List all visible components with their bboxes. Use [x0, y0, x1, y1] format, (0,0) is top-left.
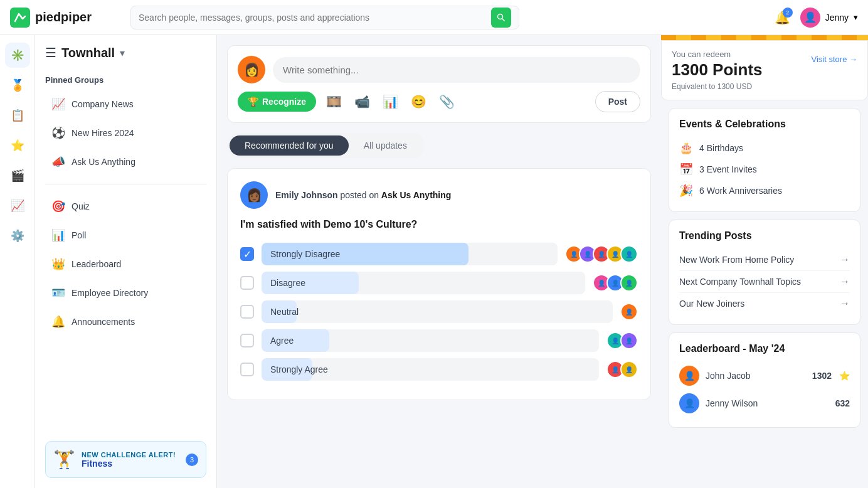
- emoji-button[interactable]: 😊: [408, 92, 429, 112]
- sidebar-item-announcements[interactable]: 🔔 Announcements: [45, 310, 206, 334]
- leader-item-2: 👤 Jenny Wilson 632: [679, 390, 850, 417]
- post-button[interactable]: Post: [595, 91, 640, 112]
- icon-sidebar: ✳️ 🏅 📋 ⭐ 🎬 📈 ⚙️: [0, 35, 35, 488]
- search-bar[interactable]: [130, 6, 519, 29]
- sidebar-icon-bookmark[interactable]: ⭐: [5, 133, 30, 158]
- sidebar-item-label-poll: Poll: [71, 230, 86, 240]
- leader-points-2: 632: [835, 398, 850, 408]
- sidebar-icon-feed[interactable]: 📋: [5, 103, 30, 128]
- trending-item-1[interactable]: New Work From Home Policy →: [679, 249, 850, 271]
- poll-voters-agree: 👤 👤: [606, 332, 638, 349]
- notifications-button[interactable]: 🔔 2: [775, 10, 790, 25]
- feed-tabs: Recommended for you All updates: [227, 133, 425, 158]
- topnav-right: 🔔 2 👤 Jenny ▾: [775, 8, 858, 28]
- points-section: You can redeem 1300 Points Visit store →…: [661, 35, 868, 100]
- leader-name-1: John Jacob: [706, 371, 806, 381]
- poll-bar-disagree[interactable]: Disagree: [262, 272, 585, 294]
- composer-input[interactable]: [273, 57, 640, 83]
- poll-label-strongly-disagree: Strongly Disagree: [270, 249, 340, 259]
- anniversary-label: 6 Work Anniversaries: [699, 186, 782, 196]
- new-hires-icon: ⚽: [51, 126, 65, 140]
- points-card: You can redeem 1300 Points Visit store →…: [661, 40, 868, 100]
- trending-card: Trending Posts New Work From Home Policy…: [669, 220, 860, 325]
- post-author-name: Emily Johnson: [275, 190, 338, 200]
- poll-option-agree: Agree 👤 👤: [240, 329, 638, 352]
- poll-checkbox-disagree[interactable]: [240, 276, 254, 290]
- points-header: You can redeem: [672, 50, 763, 59]
- chart-button[interactable]: 📊: [380, 92, 401, 112]
- visit-store-button[interactable]: Visit store →: [812, 55, 857, 64]
- search-input[interactable]: [139, 13, 491, 23]
- voter-avatar: 👤: [620, 361, 638, 378]
- video-button[interactable]: 📹: [352, 92, 373, 112]
- poll-bar-agree[interactable]: Agree: [262, 329, 599, 352]
- composer-avatar: 👩: [238, 56, 265, 83]
- poll-bar-strongly-agree[interactable]: Strongly Agree: [262, 358, 599, 381]
- trending-item-2[interactable]: Next Company Townhall Topics →: [679, 271, 850, 293]
- poll-label-disagree: Disagree: [270, 278, 305, 288]
- sidebar-icon-video[interactable]: 🎬: [5, 163, 30, 188]
- poll-icon: 📊: [51, 228, 65, 242]
- points-equiv: Equivalent to 1300 USD: [672, 82, 857, 91]
- user-menu-button[interactable]: 👤 Jenny ▾: [800, 8, 858, 28]
- sidebar-icon-home[interactable]: ✳️: [5, 43, 30, 68]
- challenge-banner[interactable]: 🏋️ NEW CHALLENGE ALERT! Fitness 3: [45, 441, 206, 478]
- gif-button[interactable]: 🎞️: [324, 92, 344, 112]
- trending-text-2: Next Company Townhall Topics: [679, 277, 801, 287]
- trophy-icon: 🏆: [248, 97, 258, 107]
- company-news-icon: 📈: [51, 97, 65, 111]
- sidebar-item-employee-dir[interactable]: 🪪 Employee Directory: [45, 281, 206, 305]
- voter-avatar: 👤: [620, 245, 638, 263]
- logo-icon: [10, 8, 30, 28]
- employee-dir-icon: 🪪: [51, 286, 65, 300]
- sidebar-item-new-hires[interactable]: ⚽ New Hires 2024: [45, 121, 206, 145]
- poll-option-neutral: Neutral 👤: [240, 300, 638, 323]
- event-item-anniversaries[interactable]: 🎉 6 Work Anniversaries: [679, 180, 850, 201]
- sidebar-item-quiz[interactable]: 🎯 Quiz: [45, 194, 206, 218]
- tab-recommended[interactable]: Recommended for you: [230, 135, 349, 156]
- leader-points-1: 1302: [812, 371, 832, 381]
- poll-voters-strongly-agree: 👤 👤: [606, 361, 638, 378]
- user-name: Jenny: [825, 13, 849, 23]
- post-group-link[interactable]: Ask Us Anything: [381, 190, 452, 200]
- sidebar-item-poll[interactable]: 📊 Poll: [45, 223, 206, 247]
- poll-label-neutral: Neutral: [270, 307, 299, 317]
- sidebar-icon-analytics[interactable]: 📈: [5, 193, 30, 218]
- logo: piedpiper: [10, 8, 123, 28]
- search-button[interactable]: [491, 8, 511, 28]
- leader-avatar-1: 👤: [679, 366, 699, 386]
- event-item-invites[interactable]: 📅 3 Event Invites: [679, 159, 850, 180]
- svg-point-1: [498, 14, 503, 19]
- recognize-button[interactable]: 🏆 Recognize: [238, 92, 316, 112]
- challenge-info: NEW CHALLENGE ALERT! Fitness: [82, 451, 176, 469]
- sidebar-item-leaderboard[interactable]: 👑 Leaderboard: [45, 252, 206, 276]
- challenge-icon: 🏋️: [53, 449, 75, 470]
- poll-bar-strongly-disagree[interactable]: Strongly Disagree: [262, 243, 558, 265]
- sidebar-item-company-news[interactable]: 📈 Company News: [45, 92, 206, 116]
- sidebar-item-ask-us[interactable]: 📣 Ask Us Anything: [45, 150, 206, 174]
- poll-checkbox-agree[interactable]: [240, 334, 254, 347]
- post-verb: posted on: [340, 190, 381, 200]
- leader-star-1: ⭐: [839, 371, 850, 381]
- hamburger-button[interactable]: ☰: [45, 45, 56, 60]
- sidebar-icon-recognition[interactable]: 🏅: [5, 73, 30, 98]
- attachment-button[interactable]: 📎: [437, 92, 457, 112]
- poll-checkbox-strongly-disagree[interactable]: ✓: [240, 247, 254, 261]
- poll-checkbox-strongly-agree[interactable]: [240, 363, 254, 376]
- events-title: Events & Celebrations: [679, 119, 850, 130]
- sidebar-icon-settings[interactable]: ⚙️: [5, 223, 30, 248]
- challenge-text: NEW CHALLENGE ALERT!: [82, 451, 176, 459]
- composer-top: 👩: [238, 56, 640, 83]
- search-icon: [497, 13, 505, 22]
- challenge-title: Fitness: [82, 459, 176, 469]
- ask-us-icon: 📣: [51, 155, 65, 169]
- poll-bar-neutral[interactable]: Neutral: [262, 300, 613, 323]
- post-question: I'm satisfied with Demo 10's Culture?: [240, 219, 638, 230]
- svg-rect-0: [10, 8, 30, 28]
- poll-checkbox-neutral[interactable]: [240, 305, 254, 319]
- trending-item-3[interactable]: Our New Joiners →: [679, 293, 850, 314]
- trending-text-3: Our New Joiners: [679, 299, 744, 309]
- tab-all-updates[interactable]: All updates: [349, 135, 422, 156]
- right-sidebar: You can redeem 1300 Points Visit store →…: [661, 35, 868, 488]
- event-item-birthdays[interactable]: 🎂 4 Birthdays: [679, 137, 850, 159]
